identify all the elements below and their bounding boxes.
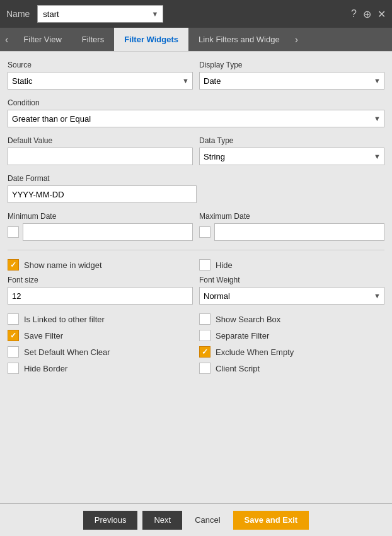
max-date-inner — [199, 223, 384, 241]
condition-row: Condition Greater than or Equal Less tha… — [8, 98, 384, 127]
previous-button[interactable]: Previous — [83, 511, 138, 530]
hide-checkbox[interactable] — [199, 259, 210, 271]
is-linked-label[interactable]: Is Linked to other filter — [24, 315, 105, 324]
hide-border-group: Hide Border — [8, 363, 193, 374]
date-format-label: Date Format — [8, 174, 384, 183]
show-search-group: Show Search Box — [199, 313, 384, 325]
display-type-label: Display Type — [199, 61, 384, 69]
separate-filter-label[interactable]: Separate Filter — [216, 331, 269, 341]
data-type-label: Data Type — [199, 136, 384, 145]
default-datatype-row: Default Value Data Type String Number Da… — [8, 136, 384, 165]
save-exit-button[interactable]: Save and Exit — [233, 511, 309, 530]
font-size-group: Font size — [8, 276, 193, 305]
min-date-label: Minimum Date — [8, 212, 193, 221]
separate-filter-group: Separate Filter — [199, 330, 384, 341]
nav-prev-arrow[interactable]: ‹ — [0, 28, 13, 51]
footer: Previous Next Cancel Save and Exit — [0, 503, 392, 536]
date-format-input[interactable] — [8, 185, 197, 203]
minmax-row: Minimum Date Maximum Date — [8, 212, 384, 241]
close-icon[interactable]: ✕ — [378, 8, 386, 20]
header: Name start ▼ ? ⊕ ✕ — [0, 0, 392, 28]
save-filter-checkbox[interactable] — [8, 330, 19, 341]
default-value-input[interactable] — [8, 148, 193, 165]
min-date-inner — [8, 223, 193, 241]
show-name-group: Show name in widget — [8, 259, 193, 271]
exclude-empty-group: Exclude When Empty — [199, 346, 384, 358]
next-button[interactable]: Next — [142, 511, 182, 530]
display-type-select[interactable]: Date Text Number — [199, 72, 384, 90]
source-label: Source — [8, 61, 193, 69]
name-field-wrapper: start ▼ — [37, 5, 163, 23]
is-linked-group: Is Linked to other filter — [8, 313, 193, 325]
default-value-group: Default Value — [8, 136, 193, 165]
tab-filter-widgets[interactable]: Filter Widgets — [114, 28, 188, 51]
max-date-label: Maximum Date — [199, 212, 384, 221]
condition-group: Condition Greater than or Equal Less tha… — [8, 98, 384, 127]
date-format-group: Date Format — [8, 174, 384, 203]
divider1 — [8, 250, 384, 250]
content-area: Source Static Dynamic ▼ Display Type Dat… — [0, 52, 392, 503]
tab-filter-view[interactable]: Filter View — [13, 28, 71, 51]
set-default-label[interactable]: Set Default When Clear — [24, 347, 110, 357]
font-weight-select[interactable]: Normal Bold Light — [199, 287, 384, 305]
font-row: Font size Font Weight Normal Bold Light … — [8, 276, 384, 305]
show-name-hide-row: Show name in widget Hide — [8, 259, 384, 271]
hide-border-checkbox[interactable] — [8, 363, 19, 374]
font-weight-group: Font Weight Normal Bold Light ▼ — [199, 276, 384, 305]
client-script-label[interactable]: Client Script — [216, 364, 260, 373]
client-script-group: Client Script — [199, 363, 384, 374]
is-linked-checkbox[interactable] — [8, 313, 19, 325]
hide-label[interactable]: Hide — [216, 260, 233, 270]
move-icon[interactable]: ⊕ — [363, 8, 371, 20]
min-date-input[interactable] — [23, 223, 193, 241]
hide-border-label[interactable]: Hide Border — [24, 364, 67, 373]
name-label: Name — [6, 9, 30, 19]
date-format-row: Date Format — [8, 174, 384, 203]
save-filter-group: Save Filter — [8, 330, 193, 341]
show-name-checkbox[interactable] — [8, 259, 19, 271]
max-date-input[interactable] — [214, 223, 384, 241]
nav-tabs: ‹ Filter View Filters Filter Widgets Lin… — [0, 28, 392, 52]
source-select[interactable]: Static Dynamic — [8, 72, 193, 90]
data-type-select[interactable]: String Number Date — [199, 148, 384, 165]
font-weight-label: Font Weight — [199, 276, 384, 284]
separate-filter-checkbox[interactable] — [199, 330, 210, 341]
show-search-label[interactable]: Show Search Box — [216, 315, 280, 324]
hide-group: Hide — [199, 259, 384, 271]
linked-search-row: Is Linked to other filter Show Search Bo… — [8, 313, 384, 325]
data-type-select-wrapper: String Number Date ▼ — [199, 148, 384, 165]
setdefault-exclude-row: Set Default When Clear Exclude When Empt… — [8, 346, 384, 358]
cancel-button[interactable]: Cancel — [187, 511, 228, 530]
name-select[interactable]: start — [37, 5, 163, 23]
display-type-select-wrapper: Date Text Number ▼ — [199, 72, 384, 90]
nav-next-arrow[interactable]: › — [290, 28, 303, 51]
source-group: Source Static Dynamic ▼ — [8, 61, 193, 90]
save-separate-row: Save Filter Separate Filter — [8, 330, 384, 341]
tab-filters[interactable]: Filters — [72, 28, 114, 51]
tab-link-filters[interactable]: Link Filters and Widge — [188, 28, 290, 51]
save-filter-label[interactable]: Save Filter — [24, 331, 63, 341]
font-size-input[interactable] — [8, 287, 193, 305]
condition-label: Condition — [8, 98, 384, 107]
show-name-label[interactable]: Show name in widget — [24, 260, 102, 270]
source-display-row: Source Static Dynamic ▼ Display Type Dat… — [8, 61, 384, 90]
min-date-group: Minimum Date — [8, 212, 193, 241]
set-default-group: Set Default When Clear — [8, 346, 193, 358]
min-date-checkbox[interactable] — [8, 226, 19, 238]
display-type-group: Display Type Date Text Number ▼ — [199, 61, 384, 90]
font-weight-select-wrapper: Normal Bold Light ▼ — [199, 287, 384, 305]
max-date-group: Maximum Date — [199, 212, 384, 241]
source-select-wrapper: Static Dynamic ▼ — [8, 72, 193, 90]
max-date-checkbox[interactable] — [199, 226, 210, 238]
show-search-checkbox[interactable] — [199, 313, 210, 325]
default-value-label: Default Value — [8, 136, 193, 145]
data-type-group: Data Type String Number Date ▼ — [199, 136, 384, 165]
help-icon[interactable]: ? — [351, 8, 357, 20]
exclude-empty-checkbox[interactable] — [199, 346, 210, 358]
condition-select[interactable]: Greater than or Equal Less than Equal No… — [8, 110, 384, 127]
client-script-checkbox[interactable] — [199, 363, 210, 374]
condition-select-wrapper: Greater than or Equal Less than Equal No… — [8, 110, 384, 127]
set-default-checkbox[interactable] — [8, 346, 19, 358]
font-size-label: Font size — [8, 276, 193, 284]
exclude-empty-label[interactable]: Exclude When Empty — [216, 347, 294, 357]
